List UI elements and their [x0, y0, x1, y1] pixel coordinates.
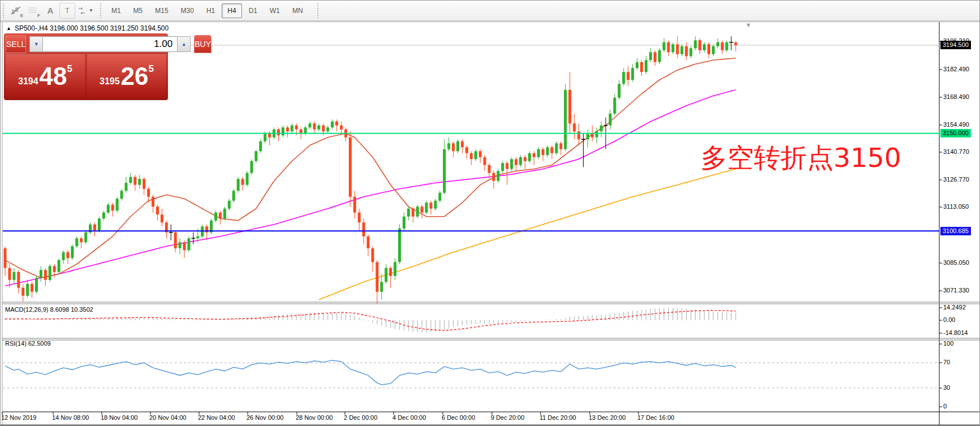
chart-annotation-text: 多空转折点3150: [701, 140, 901, 176]
toolbar-end-separator: [317, 3, 320, 18]
sell-price-prefix: 3194: [18, 76, 38, 87]
macd-axis-tick: 14.2492: [943, 304, 966, 311]
price-axis-tick: 3126.770: [943, 176, 969, 183]
grid-periods-icon[interactable]: F: [25, 3, 41, 19]
timeframe-button-w1[interactable]: W1: [264, 3, 286, 18]
rsi-line: [5, 360, 736, 385]
buy-price-sup: 5: [149, 63, 154, 75]
rsi-axis-tick: 100: [943, 340, 953, 347]
price-axis-tick: 3154.490: [943, 121, 969, 128]
timeframe-button-d1[interactable]: D1: [243, 3, 263, 18]
chart-surface[interactable]: ▲ SP500-,H4 3196.000 3196.500 3191.250 3…: [1, 21, 980, 426]
sell-price-sup: 5: [67, 63, 72, 75]
chart-shift-marker-icon: ▼: [745, 21, 752, 28]
rsi-axis-tick: 30: [943, 384, 950, 391]
sell-button[interactable]: SELL: [6, 35, 26, 53]
sell-price-tile[interactable]: 3194 48 5: [6, 54, 85, 97]
time-axis-label: 9 Dec 20:00: [491, 414, 524, 421]
buy-button[interactable]: BUY: [194, 35, 211, 53]
volume-decrease-button[interactable]: ▼: [29, 36, 43, 52]
timeframe-button-m15[interactable]: M15: [149, 3, 174, 18]
time-axis-label: 17 Dec 16:00: [637, 414, 674, 421]
rsi-indicator-label: RSI(14) 62.5009: [5, 340, 51, 347]
text-box-icon[interactable]: T: [59, 3, 75, 19]
timeframe-button-m1[interactable]: M1: [106, 3, 127, 18]
green-line-badge: 3150.000: [940, 129, 971, 137]
blue-line-badge: 3100.685: [940, 227, 971, 235]
symbol-ohlc-text: SP500-,H4 3196.000 3196.500 3191.250 319…: [15, 24, 169, 32]
toolbar: E F A T ▼ M1M5M15M30H1H4D1W1MN: [1, 1, 980, 21]
timeframe-button-h1[interactable]: H1: [201, 3, 221, 18]
timeframe-button-mn[interactable]: MN: [287, 3, 309, 18]
ma-mid-line: [5, 90, 736, 286]
macd-axis-tick: -14.8014: [943, 329, 968, 336]
price-axis-tick: 3140.770: [943, 148, 969, 155]
price-axis-tick: 3168.490: [943, 93, 969, 100]
rsi-axis-tick: 70: [943, 359, 950, 365]
price-axis-tick: 3085.050: [943, 259, 969, 266]
macd-axis-tick: 0.00: [943, 316, 955, 323]
buy-price-tile[interactable]: 3195 26 5: [87, 54, 166, 97]
current-price-badge: 3194.500: [940, 41, 971, 49]
volume-input[interactable]: [43, 36, 177, 52]
symbol-header: ▲ SP500-,H4 3196.000 3196.500 3191.250 3…: [6, 24, 169, 32]
volume-increase-button[interactable]: ▲: [177, 36, 191, 52]
time-axis-label: 22 Nov 04:00: [198, 414, 235, 421]
sell-price-big: 48: [40, 64, 67, 89]
time-axis-label: 2 Dec 00:00: [344, 414, 377, 421]
indicators-chart-icon[interactable]: E: [8, 3, 24, 19]
macd-signal-line: [5, 311, 736, 331]
time-axis-label: 28 Nov 00:00: [296, 414, 333, 421]
macd-indicator-label: MACD(12,26,9) 8.6098 10.3502: [5, 306, 93, 313]
timeframe-button-h4[interactable]: H4: [222, 3, 241, 18]
timeframe-buttons: M1M5M15M30H1H4D1W1MN: [105, 3, 309, 18]
price-axis-tick: 3182.490: [943, 66, 969, 72]
cursor-arrows-icon[interactable]: ▼: [76, 3, 94, 19]
price-axis-tick: 3071.330: [943, 287, 969, 294]
timeframe-button-m5[interactable]: M5: [128, 3, 149, 18]
one-click-trade-panel: SELL ▼ ▲ BUY 3194 48 5 3195 26 5: [4, 33, 168, 100]
buy-price-prefix: 3195: [100, 76, 120, 87]
time-axis-label: 13 Dec 20:00: [589, 414, 625, 421]
time-axis-label: 14 Nov 08:00: [52, 414, 89, 421]
rsi-axis-tick: 0: [943, 403, 947, 410]
text-label-icon[interactable]: A: [42, 3, 58, 19]
symbol-caret-icon: ▲: [6, 25, 11, 31]
toolbar-drag-handle[interactable]: [3, 3, 6, 18]
time-axis-label: 11 Dec 20:00: [539, 414, 576, 421]
time-axis-label: 6 Dec 00:00: [442, 414, 475, 421]
time-axis-label: 20 Nov 04:00: [149, 414, 186, 421]
trading-platform-window: E F A T ▼ M1M5M15M30H1H4D1W1MN ▲ SP500-,…: [0, 0, 980, 426]
timeframe-button-m30[interactable]: M30: [175, 3, 200, 18]
price-axis-tick: 3113.050: [943, 203, 969, 210]
time-axis-label: 4 Dec 00:00: [392, 414, 426, 421]
buy-price-big: 26: [121, 64, 149, 89]
time-axis-label: 26 Nov 00:00: [247, 414, 283, 421]
time-axis-label: 18 Nov 04:00: [101, 414, 137, 421]
time-axis-label: 12 Nov 2019: [1, 414, 36, 421]
toolbar-group-separator: [100, 3, 103, 18]
